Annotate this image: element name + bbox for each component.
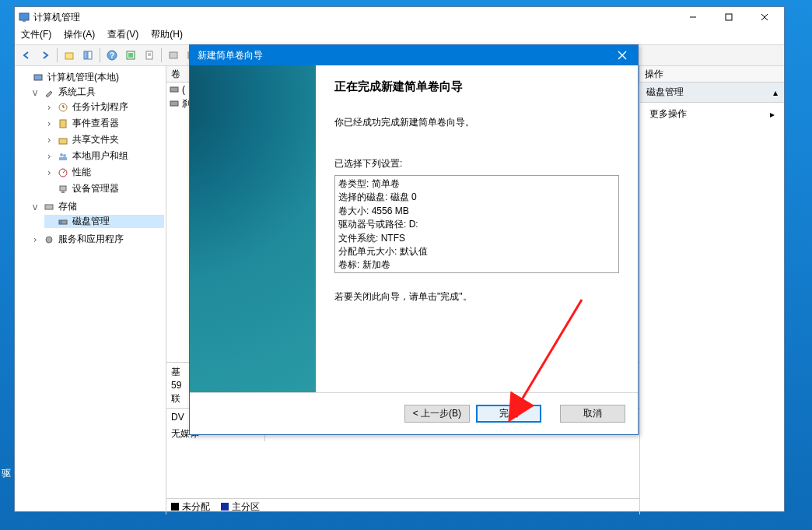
services-icon (43, 233, 55, 246)
svg-rect-7 (84, 51, 87, 59)
nav-tree: 计算机管理(本地) v系统工具 ›任务计划程序 ›事件查看器 ›共享文件夹 ›本… (15, 66, 166, 514)
toolbar-separator (100, 48, 100, 62)
new-simple-volume-wizard: 新建简单卷向导 正在完成新建简单卷向导 你已经成功完成新建简单卷向导。 已选择下… (189, 44, 639, 435)
svg-rect-1 (23, 20, 26, 22)
minimize-button[interactable] (675, 9, 711, 25)
toolbar-button[interactable] (165, 47, 182, 64)
tree-label: 事件查看器 (72, 117, 119, 130)
svg-rect-3 (726, 14, 732, 20)
wizard-summary-box[interactable]: 卷类型: 简单卷 选择的磁盘: 磁盘 0 卷大小: 4556 MB 驱动器号或路… (334, 175, 619, 273)
desktop-label-fragment: 驱 (2, 467, 11, 480)
svg-rect-36 (170, 101, 178, 106)
tree-label: 磁盘管理 (72, 215, 110, 228)
tree-label: 共享文件夹 (72, 133, 119, 146)
wizard-done-message: 你已经成功完成新建简单卷向导。 (334, 116, 619, 129)
tree-system-tools[interactable]: v系统工具 (30, 86, 164, 99)
clock-icon (57, 101, 69, 114)
summary-line: 分配单元大小: 默认值 (338, 245, 615, 258)
app-icon (18, 11, 30, 23)
legend-primary: 主分区 (221, 500, 260, 514)
maximize-button[interactable] (711, 9, 747, 25)
wizard-close-button[interactable] (607, 45, 638, 65)
menu-action[interactable]: 操作(A) (62, 27, 96, 43)
summary-line: 快速格式化: 是 (338, 272, 615, 273)
tree-label: 性能 (72, 166, 91, 179)
volume-label: ( (182, 84, 185, 95)
summary-line: 文件系统: NTFS (338, 232, 615, 245)
tree-event-viewer[interactable]: ›事件查看器 (44, 117, 164, 130)
wizard-side-graphic (190, 65, 316, 392)
tree-services-apps[interactable]: ›服务和应用程序 (30, 233, 164, 246)
tree-disk-management[interactable]: 磁盘管理 (44, 215, 164, 228)
actions-item-label: 更多操作 (649, 107, 687, 121)
titlebar[interactable]: 计算机管理 (15, 7, 784, 26)
svg-rect-12 (128, 53, 133, 58)
wizard-titlebar[interactable]: 新建简单卷向导 (190, 45, 638, 65)
summary-line: 卷大小: 4556 MB (338, 205, 615, 218)
tools-icon (43, 86, 55, 99)
svg-rect-35 (170, 87, 178, 92)
tree-local-users[interactable]: ›本地用户和组 (44, 149, 164, 163)
up-button[interactable] (61, 47, 78, 64)
svg-line-28 (63, 170, 65, 173)
tree-task-scheduler[interactable]: ›任务计划程序 (44, 100, 164, 114)
storage-icon (43, 201, 55, 213)
menu-bar: 文件(F) 操作(A) 查看(V) 帮助(H) (15, 26, 784, 44)
svg-rect-0 (19, 13, 29, 20)
back-button[interactable] (18, 47, 35, 64)
close-button[interactable] (747, 9, 782, 25)
device-icon (57, 183, 69, 195)
actions-section-disk[interactable]: 磁盘管理 ▴ (640, 82, 784, 103)
menu-file[interactable]: 文件(F) (19, 27, 53, 43)
forward-button[interactable] (37, 47, 54, 64)
wizard-settings-label: 已选择下列设置: (334, 157, 619, 170)
actions-pane: 操作 磁盘管理 ▴ 更多操作 ▸ (640, 66, 784, 514)
wizard-content: 正在完成新建简单卷向导 你已经成功完成新建简单卷向导。 已选择下列设置: 卷类型… (316, 65, 638, 392)
tree-storage[interactable]: v存储 (30, 200, 164, 213)
svg-rect-31 (45, 205, 53, 209)
tree-performance[interactable]: ›性能 (44, 166, 164, 179)
refresh-button[interactable] (122, 47, 139, 64)
summary-line: 驱动器号或路径: D: (338, 218, 615, 231)
tree-label: 服务和应用程序 (58, 233, 124, 246)
perf-icon (57, 167, 69, 179)
summary-line: 卷类型: 简单卷 (338, 177, 615, 191)
svg-rect-29 (60, 186, 66, 191)
svg-rect-26 (59, 157, 67, 160)
cancel-button[interactable]: 取消 (560, 405, 625, 423)
menu-help[interactable]: 帮助(H) (149, 27, 184, 43)
wizard-close-hint: 若要关闭此向导，请单击"完成"。 (334, 290, 619, 304)
toolbar-separator (161, 48, 162, 62)
share-icon (57, 134, 69, 146)
wizard-button-row: < 上一步(B) 完成 取消 (190, 392, 638, 433)
summary-line: 卷标: 新加卷 (338, 258, 615, 272)
wizard-heading: 正在完成新建简单卷向导 (334, 79, 619, 94)
tree-root[interactable]: 计算机管理(本地) (19, 71, 164, 84)
svg-rect-23 (59, 139, 67, 144)
event-icon (57, 118, 69, 130)
properties-button[interactable] (141, 47, 158, 64)
tree-device-manager[interactable]: 设备管理器 (44, 182, 164, 195)
svg-point-34 (46, 237, 52, 243)
users-icon (57, 150, 69, 163)
disk-icon (57, 216, 69, 228)
actions-more[interactable]: 更多操作 ▸ (640, 103, 784, 125)
tree-shared-folders[interactable]: ›共享文件夹 (44, 133, 164, 146)
tree-label: 任务计划程序 (72, 100, 128, 114)
tree-label: 系统工具 (58, 86, 96, 99)
svg-rect-30 (61, 191, 65, 193)
menu-view[interactable]: 查看(V) (106, 27, 140, 43)
legend: 未分配 主分区 (166, 498, 639, 514)
tree-label: 存储 (58, 200, 77, 213)
show-hide-tree-button[interactable] (79, 47, 96, 64)
actions-header: 操作 (640, 66, 784, 82)
volume-icon (170, 99, 179, 108)
svg-rect-18 (34, 75, 42, 80)
help-button[interactable]: ? (103, 47, 121, 64)
svg-point-25 (63, 154, 66, 157)
svg-point-24 (60, 153, 63, 156)
back-button[interactable]: < 上一步(B) (404, 405, 470, 423)
computer-icon (32, 72, 44, 84)
toolbar-separator (57, 48, 58, 62)
finish-button[interactable]: 完成 (476, 405, 541, 423)
